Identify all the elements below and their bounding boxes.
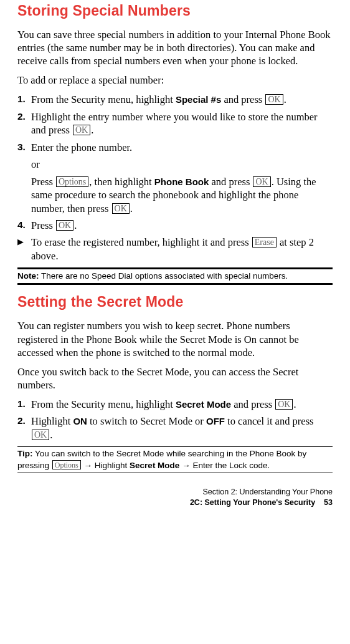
intro-paragraph: You can save three special numbers in ad… — [17, 28, 333, 67]
step-3: 3. Enter the phone number. — [17, 141, 333, 154]
step-number: 1. — [17, 93, 30, 106]
step-text: Highlight ON to switch to Secret Mode or… — [31, 415, 333, 441]
footer-line-2: 2C: Setting Your Phone's Security53 — [17, 497, 333, 509]
bullet-text: To erase the registered number, highligh… — [31, 236, 333, 262]
step-2: 2. Highlight ON to switch to Secret Mode… — [17, 415, 333, 441]
step-number: 1. — [17, 398, 30, 411]
ok-key: OK — [32, 430, 49, 440]
bold-label: Secret Mode — [176, 399, 231, 410]
divider-thin — [17, 446, 333, 447]
options-key: Options — [56, 176, 88, 187]
ok-key: OK — [265, 94, 283, 105]
footer-chapter: 2C: Setting Your Phone's Security — [190, 498, 315, 507]
step-list-2: 1. From the Security menu, highlight Sec… — [17, 398, 333, 441]
bold-label: ON — [73, 416, 87, 426]
options-key: Options — [52, 460, 81, 469]
footer-section-title: Section 2: Understanding Your Phone — [17, 487, 333, 498]
intro-paragraph-2: To add or replace a special number: — [17, 74, 333, 87]
intro-paragraph-2: Once you switch back to the Secret Mode,… — [17, 365, 333, 392]
heading-setting-secret-mode: Setting the Secret Mode — [17, 294, 333, 310]
divider-thick — [17, 267, 333, 269]
heading-storing-special-numbers: Storing Special Numbers — [17, 2, 333, 19]
step-4: 4. Press OK. — [17, 219, 333, 232]
divider-thin — [17, 473, 333, 473]
step-list: 1. From the Security menu, highlight Spe… — [17, 93, 333, 262]
step-3-alt: Press Options, then highlight Phone Book… — [31, 175, 333, 215]
step-1: 1. From the Security menu, highlight Sec… — [17, 398, 333, 411]
step-number: 3. — [17, 141, 30, 154]
step-text: From the Security menu, highlight Specia… — [31, 93, 286, 106]
note-row: Note: There are no Speed Dial options as… — [17, 271, 333, 282]
erase-key: Erase — [252, 237, 277, 248]
bold-label: OFF — [206, 416, 225, 426]
bold-label: Special #s — [176, 94, 221, 105]
step-text: Press OK. — [31, 219, 77, 232]
divider-thick — [17, 283, 333, 285]
step-text: Highlight the entry number where you wou… — [31, 110, 333, 137]
step-text: Enter the phone number. — [31, 141, 132, 154]
step-number: 4. — [17, 219, 30, 232]
step-number: 2. — [17, 110, 30, 123]
page-number: 53 — [324, 498, 333, 507]
step-number: 2. — [17, 415, 30, 428]
ok-key: OK — [275, 399, 293, 410]
ok-key: OK — [73, 125, 90, 135]
ok-key: OK — [112, 203, 130, 214]
note-label: Note: — [17, 271, 39, 281]
intro-paragraph: You can register numbers you wish to kee… — [17, 319, 333, 358]
ok-key: OK — [253, 176, 270, 187]
bold-label: Secret Mode — [130, 461, 179, 470]
bullet-erase: ▶ To erase the registered number, highli… — [17, 236, 333, 262]
note-text: There are no Speed Dial options associat… — [39, 271, 288, 281]
step-text: From the Security menu, highlight Secret… — [31, 398, 296, 411]
document-page: Storing Special Numbers You can save thr… — [0, 2, 350, 521]
triangle-bullet-icon: ▶ — [17, 236, 30, 248]
page-footer: Section 2: Understanding Your Phone 2C: … — [17, 487, 333, 509]
tip-label: Tip: — [17, 449, 33, 458]
step-3-or: or — [31, 158, 333, 171]
tip-row: Tip: You can switch to the Secret Mode w… — [17, 448, 333, 471]
step-1: 1. From the Security menu, highlight Spe… — [17, 93, 333, 106]
step-2: 2. Highlight the entry number where you … — [17, 110, 333, 137]
ok-key: OK — [56, 220, 73, 231]
bold-label: Phone Book — [154, 176, 209, 187]
